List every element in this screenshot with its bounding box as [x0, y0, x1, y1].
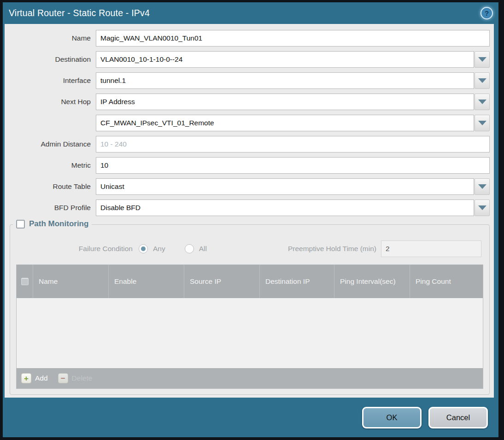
bfd-profile-input[interactable]: [96, 199, 474, 216]
admin-distance-field-wrap: [96, 136, 490, 153]
route-table-field-wrap: [96, 178, 490, 195]
route-table-label: Route Table: [5, 182, 96, 191]
table-header-row: Name Enable Source IP Destination IP Pin…: [17, 265, 483, 298]
plus-glyph: +: [24, 375, 29, 382]
metric-field-wrap: [96, 157, 490, 174]
chevron-down-icon: [478, 57, 486, 62]
failure-condition-any-label: Any: [153, 245, 165, 253]
next-hop-address-dropdown-button[interactable]: [475, 115, 490, 131]
destination-field-wrap: [96, 51, 490, 68]
plus-icon: +: [21, 373, 31, 383]
preemptive-hold-time-label: Preemptive Hold Time (min): [288, 245, 381, 253]
help-icon[interactable]: ?: [481, 7, 493, 19]
bfd-profile-dropdown-button[interactable]: [475, 199, 490, 216]
column-header-destination-ip: Destination IP: [260, 265, 334, 298]
route-table-dropdown-button[interactable]: [475, 178, 490, 195]
next-hop-field-wrap: [96, 94, 490, 110]
interface-field-wrap: [96, 72, 490, 89]
interface-input[interactable]: [96, 72, 474, 89]
preemptive-hold-time-input[interactable]: [381, 241, 481, 257]
question-mark-glyph: ?: [485, 10, 489, 17]
admin-distance-row: Admin Distance: [5, 136, 494, 153]
next-hop-row: Next Hop: [5, 94, 494, 110]
delete-button[interactable]: − Delete: [58, 373, 93, 383]
bfd-profile-label: BFD Profile: [5, 204, 96, 212]
interface-label: Interface: [5, 76, 96, 85]
minus-icon: −: [58, 373, 68, 383]
admin-distance-input[interactable]: [96, 136, 490, 153]
metric-row: Metric: [5, 157, 494, 174]
next-hop-type-dropdown-button[interactable]: [475, 94, 490, 110]
failure-condition-row: Failure Condition Any All Preemptive Hol…: [13, 241, 486, 257]
table-body-empty: [17, 298, 483, 368]
chevron-down-icon: [478, 78, 486, 83]
minus-glyph: −: [61, 375, 65, 382]
path-monitoring-legend: Path Monitoring: [13, 219, 92, 229]
name-label: Name: [5, 34, 96, 42]
name-field-wrap: [96, 30, 490, 47]
radio-dot: [187, 246, 192, 251]
destination-input[interactable]: [96, 51, 474, 68]
column-header-name: Name: [33, 265, 109, 298]
path-monitoring-checkbox[interactable]: [16, 220, 25, 229]
destination-row: Destination: [5, 51, 494, 68]
interface-row: Interface: [5, 72, 494, 89]
next-hop-address-field-wrap: [96, 115, 490, 131]
destination-label: Destination: [5, 55, 96, 64]
next-hop-type-input[interactable]: [96, 94, 474, 110]
admin-distance-label: Admin Distance: [5, 140, 96, 148]
column-header-enable: Enable: [109, 265, 184, 298]
delete-button-label: Delete: [72, 374, 93, 382]
radio-dot: [141, 246, 146, 251]
column-header-source-ip: Source IP: [184, 265, 260, 298]
column-header-ping-interval: Ping Interval(sec): [334, 265, 410, 298]
chevron-down-icon: [478, 184, 486, 189]
ok-button[interactable]: OK: [362, 407, 422, 428]
path-monitoring-table: Name Enable Source IP Destination IP Pin…: [16, 264, 483, 389]
bfd-profile-row: BFD Profile: [5, 199, 494, 216]
route-table-row: Route Table: [5, 178, 494, 195]
select-all-checkbox[interactable]: [21, 278, 29, 285]
add-button-label: Add: [35, 374, 48, 382]
route-table-input[interactable]: [96, 178, 474, 195]
failure-condition-radio-any[interactable]: [139, 244, 148, 253]
path-monitoring-title: Path Monitoring: [29, 219, 88, 229]
failure-condition-all-label: All: [199, 245, 207, 253]
failure-condition-label: Failure Condition: [13, 245, 139, 253]
table-footer-toolbar: + Add − Delete: [17, 368, 483, 388]
dialog-footer: OK Cancel: [3, 398, 498, 437]
column-header-ping-count: Ping Count: [410, 265, 483, 298]
cancel-button[interactable]: Cancel: [428, 407, 488, 428]
path-monitoring-group: Path Monitoring Failure Condition Any Al…: [10, 224, 490, 395]
name-row: Name: [5, 30, 494, 47]
next-hop-label: Next Hop: [5, 98, 96, 106]
dialog-title: Virtual Router - Static Route - IPv4: [9, 8, 150, 18]
interface-dropdown-button[interactable]: [475, 72, 490, 89]
name-input[interactable]: [96, 30, 490, 47]
failure-condition-radio-all[interactable]: [185, 244, 194, 253]
next-hop-address-input[interactable]: [96, 115, 474, 131]
destination-dropdown-button[interactable]: [475, 51, 490, 68]
bfd-profile-field-wrap: [96, 199, 490, 216]
window-frame: Virtual Router - Static Route - IPv4 ? N…: [0, 0, 504, 440]
metric-label: Metric: [5, 161, 96, 170]
static-route-dialog: Virtual Router - Static Route - IPv4 ? N…: [3, 2, 498, 437]
table-header-checkbox-cell: [17, 265, 33, 298]
dialog-titlebar: Virtual Router - Static Route - IPv4 ?: [3, 2, 498, 24]
chevron-down-icon: [478, 205, 486, 210]
chevron-down-icon: [478, 121, 486, 125]
next-hop-address-row: [5, 115, 494, 131]
metric-input[interactable]: [96, 157, 490, 174]
add-button[interactable]: + Add: [21, 373, 48, 383]
dialog-content: Name Destination Interface: [5, 24, 494, 398]
chevron-down-icon: [478, 100, 486, 104]
